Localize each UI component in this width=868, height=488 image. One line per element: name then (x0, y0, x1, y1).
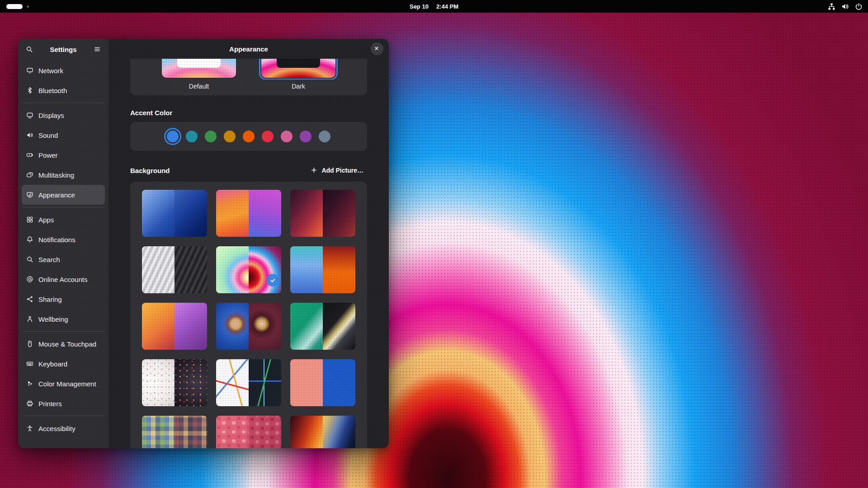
accent-swatch-blue[interactable] (167, 131, 179, 142)
sidebar-item-apps[interactable]: Apps (22, 210, 105, 230)
style-option-default[interactable]: Default (159, 59, 239, 90)
main-menu-button[interactable] (90, 42, 104, 56)
close-icon (373, 45, 381, 52)
notifications-icon (26, 236, 33, 243)
wallpaper-grid (142, 190, 355, 448)
power-icon (26, 151, 33, 159)
sidebar-item-sound[interactable]: Sound (22, 125, 105, 145)
power-button-icon[interactable] (855, 3, 863, 10)
workspace-dot (27, 5, 29, 8)
sidebar-item-displays[interactable]: Displays (22, 105, 105, 125)
wallpaper-thumbnail-dark-red-waves[interactable] (290, 190, 355, 237)
wallpaper-dark-variant (323, 246, 355, 293)
bluetooth-icon (26, 87, 33, 94)
sound-icon (26, 131, 33, 139)
style-preview-mock-window (177, 59, 221, 68)
sidebar-divider (23, 331, 104, 332)
style-option-dark[interactable]: Dark (259, 59, 338, 90)
wallpaper-thumbnail-blue-orange-drips[interactable] (290, 246, 355, 293)
sidebar-item-bluetooth[interactable]: Bluetooth (22, 80, 105, 100)
add-picture-label: Add Picture… (321, 167, 363, 174)
wallpaper-thumbnail-metro-map[interactable] (216, 359, 281, 406)
accent-swatch-yellow[interactable] (224, 131, 236, 142)
sidebar-item-label: Color Management (38, 380, 96, 388)
sidebar-item-label: Wellbeing (38, 315, 68, 323)
wallpaper-thumbnail-pink-pills[interactable] (216, 416, 281, 448)
sidebar-item-power[interactable]: Power (22, 145, 105, 165)
sidebar-item-keyboard[interactable]: Keyboard (22, 354, 105, 374)
wallpaper-thumbnail-flame-painting[interactable] (290, 416, 355, 448)
style-preview-dark (261, 59, 335, 78)
sidebar-item-label: Apps (38, 216, 54, 224)
wallpaper-dark-variant (249, 190, 281, 237)
appearance-panel: Appearance DefaultDark Accent Color Back… (108, 39, 389, 448)
panel-header: Appearance (108, 39, 389, 59)
sidebar-item-notifications[interactable]: Notifications (22, 230, 105, 249)
close-button[interactable] (371, 42, 383, 55)
sidebar-item-wellbeing[interactable]: Wellbeing (22, 309, 105, 329)
accent-swatch-slate[interactable] (319, 131, 330, 142)
accent-swatch-red[interactable] (262, 131, 274, 142)
wallpaper-thumbnail-salmon-blue[interactable] (290, 359, 355, 406)
clock[interactable]: Sep 10 2:44 PM (410, 0, 458, 13)
workspace-indicator[interactable] (6, 0, 29, 13)
sidebar-item-online-accounts[interactable]: Online Accounts (22, 269, 105, 289)
sidebar-nav: NetworkBluetoothDisplaysSoundPowerMultit… (18, 60, 108, 448)
wallpaper-light-variant (142, 416, 175, 448)
wallpaper-thumbnail-icon-doodles[interactable] (142, 359, 207, 406)
clock-date: Sep 10 (410, 3, 429, 10)
style-card: DefaultDark (130, 59, 367, 95)
sidebar-item-search[interactable]: Search (22, 249, 105, 269)
sidebar-item-mouse-touchpad[interactable]: Mouse & Touchpad (22, 334, 105, 354)
sidebar-item-label: Mouse & Touchpad (38, 340, 96, 348)
accent-swatch-green[interactable] (205, 131, 217, 142)
accessibility-icon (26, 425, 33, 432)
panel-scroll-area[interactable]: DefaultDark Accent Color Background Add … (108, 59, 389, 448)
wallpaper-dark-variant (175, 359, 207, 406)
system-status-area[interactable] (828, 0, 863, 13)
accent-swatch-purple[interactable] (300, 131, 311, 142)
wallpaper-dark-variant (175, 303, 207, 350)
wallpaper-thumbnail-blue-geometric[interactable] (142, 190, 207, 237)
sidebar-item-label: Notifications (38, 236, 75, 244)
accent-swatch-teal[interactable] (186, 131, 198, 142)
sidebar-item-printers[interactable]: Printers (22, 394, 105, 413)
style-option-label: Default (189, 83, 209, 90)
wallpaper-thumbnail-rainbow-rings[interactable] (216, 246, 281, 293)
displays-icon (26, 112, 33, 119)
style-preview-clip (259, 59, 338, 80)
sidebar-item-sharing[interactable]: Sharing (22, 289, 105, 309)
accent-swatch-orange[interactable] (243, 131, 255, 142)
wallpaper-thumbnail-orange-purple-gradient[interactable] (216, 190, 281, 237)
sidebar-item-multitasking[interactable]: Multitasking (22, 165, 105, 185)
volume-icon[interactable] (841, 3, 849, 10)
sidebar-item-label: Sharing (38, 296, 62, 303)
wallpaper-thumbnail-gray-curves[interactable] (142, 246, 207, 293)
apps-icon (26, 216, 33, 223)
search-icon (26, 46, 33, 53)
add-picture-button[interactable]: Add Picture… (307, 164, 367, 176)
sidebar-item-label: Sound (38, 131, 58, 139)
sidebar-item-color-management[interactable]: Color Management (22, 374, 105, 394)
wallpaper-dark-variant (323, 359, 355, 406)
sidebar-item-appearance[interactable]: Appearance (22, 185, 105, 205)
wallpaper-dark-variant (175, 246, 207, 293)
top-bar: Sep 10 2:44 PM (0, 0, 868, 13)
sidebar-item-label: Displays (38, 112, 64, 119)
wallpaper-thumbnail-orange-purple-waves[interactable] (142, 303, 207, 350)
multitasking-icon (26, 171, 33, 178)
sidebar-divider (23, 103, 104, 103)
wallpaper-thumbnail-glass-cubes[interactable] (216, 303, 281, 350)
wallpaper-thumbnail-teal-prism[interactable] (290, 303, 355, 350)
network-wired-icon[interactable] (828, 3, 835, 10)
search-button[interactable] (22, 42, 37, 56)
sidebar-item-accessibility[interactable]: Accessibility (22, 418, 105, 438)
sidebar-title: Settings (37, 46, 90, 53)
wallpaper-thumbnail-mosaic-tiles[interactable] (142, 416, 207, 448)
wallpaper-dark-variant (175, 190, 207, 237)
sidebar-item-network[interactable]: Network (22, 61, 105, 80)
accent-swatch-pink[interactable] (281, 131, 292, 142)
wallpaper-light-variant (142, 359, 175, 406)
workspace-pill (6, 4, 23, 9)
hamburger-icon (94, 46, 101, 53)
